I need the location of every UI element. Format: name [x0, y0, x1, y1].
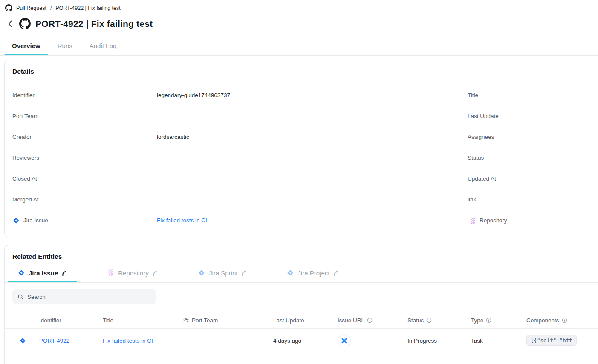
search-box	[12, 289, 156, 304]
field-label: link	[468, 196, 598, 203]
field-label: Status	[468, 155, 598, 161]
jira-icon	[17, 269, 25, 277]
field-port-team: Port Team	[12, 106, 464, 126]
repository-icon	[107, 269, 115, 277]
related-entities-table: Identifier Title Port Team Last Update I	[5, 312, 598, 353]
field-jira-issue: Jira Issue Fix failed tests in CI	[12, 210, 464, 231]
field-label: Updated At	[468, 175, 598, 182]
row-title-link[interactable]: Fix failed tests in CI	[103, 338, 183, 344]
repository-icon	[469, 217, 476, 224]
breadcrumb-separator: /	[50, 5, 52, 11]
related-tab-repository[interactable]: Repository	[98, 265, 168, 282]
details-left-column: Identifier legendary-guide1744963737 Por…	[12, 85, 464, 231]
header-issue-url: Issue URL	[338, 317, 407, 324]
breadcrumb-section[interactable]: Pull Request	[16, 5, 46, 11]
related-tab-jira-issue[interactable]: Jira Issue	[8, 265, 77, 282]
related-tab-label: Repository	[118, 269, 149, 277]
details-right-column: Title Last Update Assignees Status Updat…	[468, 85, 598, 231]
related-tab-jira-project[interactable]: Jira Project	[277, 265, 349, 282]
details-heading: Details	[12, 68, 34, 75]
issue-url-button[interactable]	[338, 334, 351, 347]
related-entities-heading: Related Entities	[12, 253, 62, 261]
field-label: Identifier	[12, 92, 157, 98]
info-icon[interactable]	[367, 318, 373, 323]
row-identifier-link[interactable]: PORT-4922	[39, 338, 103, 344]
jira-icon	[286, 269, 294, 277]
jira-icon	[19, 337, 26, 344]
header-identifier: Identifier	[39, 317, 103, 324]
jira-icon	[12, 217, 20, 224]
github-icon	[5, 4, 12, 11]
field-closed-at: Closed At	[12, 168, 464, 189]
field-identifier: Identifier legendary-guide1744963737	[12, 85, 464, 106]
info-icon[interactable]	[486, 318, 491, 323]
entity-page: Pull Request / PORT-4922 | Fix failing t…	[0, 0, 598, 364]
table-divider	[5, 353, 598, 353]
row-status: In Progress	[407, 338, 471, 344]
related-tab-label: Jira Issue	[29, 269, 58, 277]
row-components-chip[interactable]: [{"self":"htt	[526, 335, 577, 346]
field-label: Assignees	[468, 134, 598, 140]
field-reviewers: Reviewers	[12, 147, 464, 168]
tab-audit-log[interactable]: Audit Log	[82, 38, 124, 56]
info-icon[interactable]	[426, 318, 432, 323]
field-label: Last Update	[468, 113, 598, 119]
field-label: Merged At	[12, 196, 157, 203]
field-label: Repository	[480, 217, 507, 224]
relation-direction-icon	[152, 270, 159, 276]
team-icon	[183, 317, 189, 324]
relation-direction-icon	[241, 270, 247, 276]
field-label: Title	[468, 92, 598, 98]
field-label: Port Team	[12, 113, 157, 119]
relation-direction-icon	[333, 270, 339, 276]
field-label: Closed At	[12, 175, 157, 182]
related-tab-label: Jira Project	[298, 269, 329, 277]
related-entities-card: Related Entities Jira Issue	[4, 245, 598, 364]
jira-icon	[198, 269, 205, 277]
related-tabs-divider	[5, 282, 598, 283]
header-status: Status	[407, 317, 471, 324]
field-creator: Creator lordsarcastic	[12, 126, 464, 147]
related-entities-tabs: Jira Issue Repository	[8, 265, 369, 282]
search-icon	[17, 294, 24, 300]
field-repository: Repository	[468, 210, 598, 231]
header-title: Title	[103, 317, 183, 324]
field-label: Reviewers	[12, 155, 157, 161]
row-last-update: 4 days ago	[273, 338, 338, 344]
back-button[interactable]	[6, 20, 14, 28]
relation-direction-icon	[61, 270, 68, 276]
field-value: lordsarcastic	[157, 134, 189, 140]
tab-runs[interactable]: Runs	[50, 38, 80, 56]
page-title: PORT-4922 | Fix failing test	[35, 19, 153, 29]
field-status: Status	[468, 147, 598, 168]
header-type: Type	[471, 317, 526, 324]
related-tab-label: Jira Sprint	[209, 269, 238, 277]
field-label: Creator	[12, 134, 157, 140]
field-updated-at: Updated At	[468, 168, 598, 189]
header-last-update: Last Update	[273, 317, 338, 324]
jira-link-icon	[341, 338, 347, 344]
related-tab-jira-sprint[interactable]: Jira Sprint	[188, 265, 257, 282]
tab-overview[interactable]: Overview	[4, 38, 48, 56]
field-merged-at: Merged At	[12, 189, 464, 210]
header-components: Components	[526, 317, 598, 324]
field-value: legendary-guide1744963737	[157, 92, 230, 98]
github-icon	[19, 18, 31, 29]
jira-issue-link[interactable]: Fix failed tests in CI	[157, 217, 207, 224]
breadcrumb: Pull Request / PORT-4922 | Fix failing t…	[5, 4, 121, 11]
tabs-divider	[0, 55, 598, 56]
field-assignees: Assignees	[468, 126, 598, 147]
header-port-team: Port Team	[183, 317, 273, 324]
field-label: Jira Issue	[23, 217, 48, 224]
field-last-update: Last Update	[468, 106, 598, 126]
table-header-row: Identifier Title Port Team Last Update I	[5, 312, 598, 328]
main-tabs: Overview Runs Audit Log	[4, 38, 124, 56]
search-input[interactable]	[27, 294, 151, 300]
table-row[interactable]: PORT-4922 Fix failed tests in CI 4 days …	[5, 329, 598, 353]
info-icon[interactable]	[562, 318, 567, 323]
field-title: Title	[468, 85, 598, 106]
title-bar: PORT-4922 | Fix failing test	[6, 18, 153, 29]
breadcrumb-current-page: PORT-4922 | Fix failing test	[55, 5, 120, 11]
field-link: link	[468, 189, 598, 210]
row-type: Task	[471, 338, 526, 344]
